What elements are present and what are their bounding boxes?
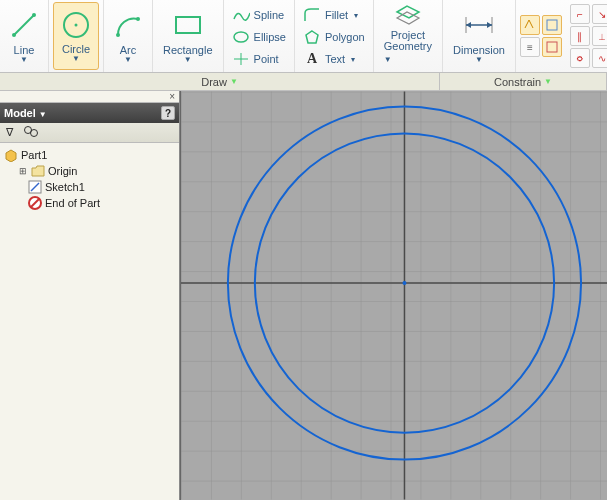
project-geometry-tool[interactable]: Project Geometry ▼ [378,1,438,70]
svg-marker-16 [487,22,492,28]
show-constraints-toggle[interactable] [542,15,562,35]
polygon-icon [303,28,321,46]
constraint-utils: ≡ [518,11,564,61]
svg-point-2 [32,13,36,17]
point-tool[interactable]: Point [232,50,286,68]
svg-point-20 [31,129,38,136]
text-dropdown-icon: ▾ [351,55,355,64]
dimension-dropdown-icon: ▼ [475,55,483,64]
polygon-tool[interactable]: Polygon [303,28,365,46]
browser-close-button[interactable]: × [0,91,179,103]
tree-part-node[interactable]: Part1 [4,147,175,163]
draw-panel-dropdown[interactable]: Draw▼ [0,73,440,90]
fillet-label: Fillet [325,9,348,21]
point-label: Point [254,53,279,65]
project-geometry-icon [393,4,423,28]
model-browser: × Model ▼ ? ∇ Part1 ⊞ Origin Sketch1 End… [0,91,180,500]
browser-title: Model [4,107,36,119]
text-tool[interactable]: A Text ▾ [303,50,365,68]
rectangle-dropdown-icon: ▼ [184,55,192,64]
svg-line-0 [14,15,34,35]
constraint-btn-a[interactable]: ≡ [520,37,540,57]
constraint-palette: ⌐ ↘ ◦ ⏚ ∥ ⟂ — | ⭘ ∿ ⇔ = [568,0,607,72]
project-geometry-label-2: Geometry [384,40,432,52]
svg-rect-25 [181,91,607,499]
text-icon: A [303,50,321,68]
arc-icon [114,6,142,43]
constraint-btn-b[interactable] [542,37,562,57]
part-icon [4,148,18,162]
auto-dim-toggle[interactable] [520,15,540,35]
spline-tool[interactable]: Spline [232,6,286,24]
spline-label: Spline [254,9,285,21]
fillet-dropdown-icon: ▾ [354,11,358,20]
center-point[interactable] [402,281,406,285]
svg-point-5 [116,33,120,37]
constraint-tangent[interactable]: ⭘ [570,48,590,68]
end-of-part-icon [28,196,42,210]
fillet-tool[interactable]: Fillet ▾ [303,6,365,24]
constraint-perpendicular[interactable]: ⟂ [592,26,607,46]
browser-help-button[interactable]: ? [161,106,175,120]
svg-marker-11 [306,31,318,43]
tree-end-of-part-label: End of Part [45,197,100,209]
constrain-panel-label: Constrain [494,76,541,88]
constraint-parallel[interactable]: ∥ [570,26,590,46]
svg-rect-18 [547,42,557,52]
ellipse-icon [232,28,250,46]
svg-point-6 [136,17,140,21]
tree-end-of-part-node[interactable]: End of Part [4,195,175,211]
svg-point-1 [12,33,16,37]
draw-panel-label: Draw [201,76,227,88]
folder-icon [31,164,45,178]
rectangle-tool[interactable]: Rectangle ▼ [157,2,219,70]
circle-dropdown-icon: ▼ [72,54,80,63]
chevron-down-icon: ▼ [230,77,238,86]
tree-part-label: Part1 [21,149,47,161]
tree-sketch-node[interactable]: Sketch1 [4,179,175,195]
svg-point-4 [75,23,78,26]
tree-sketch-label: Sketch1 [45,181,85,193]
text-label: Text [325,53,345,65]
ellipse-label: Ellipse [254,31,286,43]
tree-origin-label: Origin [48,165,77,177]
svg-point-8 [234,32,248,42]
dimension-tool[interactable]: Dimension ▼ [447,2,511,70]
arc-tool[interactable]: Arc ▼ [108,2,148,70]
filter-icon[interactable]: ∇ [6,126,13,139]
line-icon [10,6,38,43]
svg-rect-7 [176,17,200,33]
circle-icon [60,7,92,42]
sketch-icon [28,180,42,194]
rectangle-icon [172,6,204,43]
svg-marker-15 [466,22,471,28]
point-icon [232,50,250,68]
browser-title-dropdown-icon: ▼ [39,110,47,119]
polygon-label: Polygon [325,31,365,43]
sketch-canvas[interactable] [180,91,607,500]
svg-rect-17 [547,20,557,30]
fillet-icon [303,6,321,24]
constraint-collinear[interactable]: ↘ [592,4,607,24]
expand-icon[interactable]: ⊞ [18,166,28,176]
circle-tool[interactable]: Circle ▼ [53,2,99,70]
proj-geom-dropdown-icon: ▼ [384,55,392,64]
arc-dropdown-icon: ▼ [124,55,132,64]
constraint-coincident[interactable]: ⌐ [570,4,590,24]
find-icon[interactable] [23,125,39,141]
chevron-down-icon: ▼ [544,77,552,86]
tree-origin-node[interactable]: ⊞ Origin [4,163,175,179]
line-dropdown-icon: ▼ [20,55,28,64]
constrain-panel-dropdown[interactable]: Constrain▼ [440,73,607,90]
spline-icon [232,6,250,24]
dimension-icon [462,6,496,43]
ellipse-tool[interactable]: Ellipse [232,28,286,46]
line-tool[interactable]: Line ▼ [4,2,44,70]
constraint-smooth[interactable]: ∿ [592,48,607,68]
